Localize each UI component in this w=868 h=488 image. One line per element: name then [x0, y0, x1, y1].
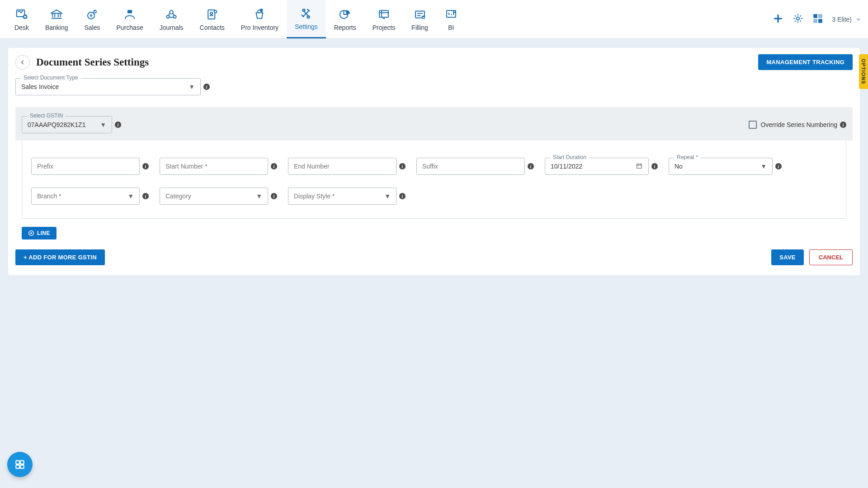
svg-rect-4	[127, 10, 132, 14]
plus-circle-icon	[28, 230, 34, 236]
journals-icon	[165, 8, 178, 21]
svg-rect-22	[819, 14, 823, 18]
page-title: Document Series Settings	[36, 56, 149, 68]
calc-icon[interactable]	[812, 13, 824, 26]
svg-point-12	[303, 9, 305, 11]
nav-proinventory[interactable]: Pro Inventory	[233, 0, 287, 38]
info-icon[interactable]: i	[115, 122, 121, 128]
nav-reports[interactable]: Reports	[326, 0, 364, 38]
gstin-label: Select GSTIN	[27, 113, 66, 119]
display-style-select[interactable]: Display Style * ▼	[288, 188, 396, 205]
repeat-label: Repeat *	[674, 154, 701, 160]
svg-point-13	[307, 16, 310, 18]
sales-icon	[85, 8, 99, 21]
svg-rect-15	[379, 10, 388, 17]
add-icon[interactable]	[772, 13, 784, 26]
desk-icon	[15, 8, 28, 21]
projects-icon	[377, 8, 391, 21]
caret-down-icon: ▼	[256, 192, 262, 200]
caret-down-icon: ▼	[760, 163, 767, 170]
svg-rect-23	[814, 19, 818, 23]
start-number-input[interactable]	[160, 158, 268, 175]
info-icon[interactable]: i	[528, 163, 534, 169]
override-checkbox[interactable]	[749, 121, 757, 129]
end-number-input[interactable]	[288, 158, 396, 175]
info-icon[interactable]: i	[775, 163, 782, 169]
override-label: Override Series Numbering	[760, 121, 837, 128]
gear-icon[interactable]	[792, 13, 804, 26]
info-icon[interactable]: i	[203, 84, 210, 90]
options-tab[interactable]: OPTIONS	[859, 54, 868, 89]
info-icon[interactable]: i	[271, 193, 277, 199]
chevron-left-icon	[19, 59, 26, 66]
prefix-input[interactable]	[31, 158, 140, 175]
main-panel: Document Series Settings MANAGEMENT TRAC…	[8, 48, 860, 275]
top-nav: Desk Banking Sales Purchase Journals Con…	[0, 0, 868, 39]
svg-point-9	[210, 12, 212, 14]
filling-icon	[413, 8, 427, 21]
info-icon[interactable]: i	[840, 122, 846, 128]
app-launcher-fab[interactable]	[7, 452, 33, 477]
calendar-icon[interactable]	[636, 162, 643, 171]
info-icon[interactable]: i	[399, 193, 406, 199]
svg-rect-11	[260, 9, 263, 11]
nav-purchase[interactable]: Purchase	[108, 0, 151, 38]
caret-down-icon: ▼	[384, 192, 391, 200]
svg-rect-29	[16, 465, 19, 469]
nav-banking[interactable]: Banking	[37, 0, 76, 38]
chevron-down-icon	[855, 16, 862, 23]
info-icon[interactable]: i	[651, 163, 658, 169]
user-menu[interactable]: 3 Elite)	[832, 16, 862, 23]
save-button[interactable]: SAVE	[771, 249, 804, 265]
svg-rect-28	[20, 460, 24, 464]
svg-rect-25	[637, 164, 642, 168]
caret-down-icon: ▼	[100, 121, 106, 128]
branch-select[interactable]: Branch * ▼	[31, 188, 140, 205]
category-select[interactable]: Category ▼	[160, 188, 268, 205]
nav-desk[interactable]: Desk	[6, 0, 37, 38]
series-form: i i	[22, 141, 846, 219]
nav-settings[interactable]: Settings	[287, 0, 326, 38]
line-button[interactable]: LINE	[22, 227, 57, 239]
info-icon[interactable]: i	[142, 163, 149, 169]
svg-rect-27	[16, 460, 19, 464]
start-duration-label: Start Duration	[550, 154, 589, 160]
caret-down-icon: ▼	[127, 192, 134, 200]
nav-filling[interactable]: Filling	[403, 0, 436, 38]
info-icon[interactable]: i	[399, 163, 406, 169]
banking-icon	[50, 8, 63, 21]
add-gstin-button[interactable]: + ADD FOR MORE GSTIN	[15, 249, 105, 265]
nav-bi[interactable]: BI	[436, 0, 466, 38]
svg-rect-30	[20, 465, 24, 469]
info-icon[interactable]: i	[271, 163, 277, 169]
reports-icon	[338, 8, 352, 21]
nav-sales[interactable]: Sales	[76, 0, 108, 38]
bi-icon	[444, 8, 458, 21]
nav-contacts[interactable]: Contacts	[192, 0, 233, 38]
gstin-bar: Select GSTIN 07AAAPQ9282K1Z1 ▼ i Overrid…	[15, 107, 853, 141]
inventory-icon	[253, 8, 266, 21]
cancel-button[interactable]: CANCEL	[809, 249, 853, 265]
nav-journals[interactable]: Journals	[151, 0, 192, 38]
purchase-icon	[123, 8, 137, 21]
caret-down-icon: ▼	[189, 83, 195, 90]
svg-point-5	[170, 10, 173, 14]
info-icon[interactable]: i	[142, 193, 149, 199]
svg-point-20	[797, 17, 800, 20]
suffix-input[interactable]	[416, 158, 525, 175]
settings-icon	[299, 7, 313, 20]
svg-rect-21	[814, 14, 818, 18]
back-button[interactable]	[15, 55, 30, 70]
management-tracking-button[interactable]: MANAGEMENT TRACKING	[758, 54, 853, 70]
contacts-icon	[205, 8, 219, 21]
nav-projects[interactable]: Projects	[364, 0, 404, 38]
doc-type-label: Select Document Type	[21, 75, 81, 81]
svg-rect-24	[819, 19, 823, 23]
